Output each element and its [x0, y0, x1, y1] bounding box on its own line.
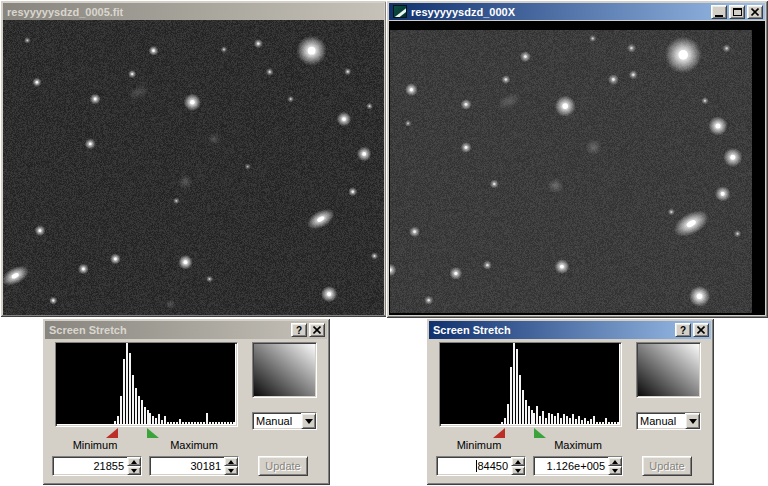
minimum-label: Minimum	[449, 439, 509, 451]
arrow-up-icon	[131, 460, 137, 464]
minimum-value: 84450	[437, 457, 511, 475]
update-button[interactable]: Update	[642, 456, 692, 476]
maximum-field[interactable]: 1.126e+005	[533, 456, 623, 476]
minimum-spinner	[127, 457, 141, 475]
window-title: resyyyyysdzd_0005.fit	[7, 6, 382, 18]
stretch-mode-dropdown[interactable]: Manual	[252, 412, 317, 430]
help-button[interactable]: ?	[675, 323, 691, 337]
dialog-title: Screen Stretch	[433, 324, 673, 336]
spin-up-button[interactable]	[608, 457, 622, 466]
arrow-down-icon	[515, 469, 521, 473]
arrow-down-icon	[228, 469, 234, 473]
dropdown-button[interactable]	[301, 413, 316, 429]
star-field-image-left	[3, 20, 384, 315]
window-title: resyyyyysdzd_000X	[411, 6, 709, 18]
maximize-icon	[733, 8, 742, 16]
histogram-frame	[439, 342, 622, 427]
minimum-spinner	[511, 457, 525, 475]
image-client-area	[389, 21, 765, 315]
minimum-marker-icon[interactable]	[493, 428, 505, 438]
maximum-label: Maximum	[548, 439, 608, 451]
histogram-frame	[55, 342, 238, 427]
minimum-value: 21855	[53, 457, 127, 475]
arrow-up-icon	[228, 460, 234, 464]
update-button[interactable]: Update	[258, 456, 308, 476]
maximum-field[interactable]: 30181	[149, 456, 239, 476]
arrow-up-icon	[515, 460, 521, 464]
chevron-down-icon	[689, 419, 697, 424]
maximum-spinner	[224, 457, 238, 475]
document-icon	[393, 5, 407, 18]
maximum-value: 30181	[150, 457, 224, 475]
stretch-preview-gradient	[252, 342, 317, 398]
close-icon	[697, 326, 705, 334]
spin-down-button[interactable]	[511, 466, 525, 475]
stretch-preview-gradient	[636, 342, 701, 398]
maximum-label: Maximum	[164, 439, 224, 451]
arrow-down-icon	[131, 469, 137, 473]
minimum-marker-icon[interactable]	[106, 428, 118, 438]
maximum-marker-icon[interactable]	[147, 428, 159, 438]
spin-down-button[interactable]	[608, 466, 622, 475]
image-window-right: resyyyyysdzd_000X	[386, 0, 768, 318]
histogram-canvas	[56, 343, 235, 424]
close-button[interactable]	[309, 323, 325, 337]
maximize-button[interactable]	[729, 5, 745, 19]
spin-down-button[interactable]	[224, 466, 238, 475]
arrow-up-icon	[612, 460, 618, 464]
arrow-down-icon	[612, 469, 618, 473]
chevron-down-icon	[305, 419, 313, 424]
maximum-spinner	[608, 457, 622, 475]
image-window-left: resyyyyysdzd_0005.fit	[0, 0, 387, 317]
minimum-label: Minimum	[65, 439, 125, 451]
titlebar-dialog-left[interactable]: Screen Stretch ?	[45, 321, 327, 339]
minimize-icon	[715, 15, 723, 17]
minimum-field[interactable]: 21855	[52, 456, 142, 476]
help-button[interactable]: ?	[291, 323, 307, 337]
titlebar-right-window[interactable]: resyyyyysdzd_000X	[389, 3, 765, 20]
screen-stretch-dialog-left: Screen Stretch ? Minimum Maximum 21855 3…	[42, 318, 330, 485]
histogram-canvas	[440, 343, 619, 424]
dropdown-button[interactable]	[685, 413, 700, 429]
spin-down-button[interactable]	[127, 466, 141, 475]
stretch-mode-value: Manual	[637, 413, 685, 429]
titlebar-left-window[interactable]: resyyyyysdzd_0005.fit	[3, 3, 384, 20]
spin-up-button[interactable]	[224, 457, 238, 466]
stretch-mode-value: Manual	[253, 413, 301, 429]
close-icon	[313, 326, 321, 334]
spin-up-button[interactable]	[511, 457, 525, 466]
maximum-value: 1.126e+005	[534, 457, 608, 475]
stretch-mode-dropdown[interactable]: Manual	[636, 412, 701, 430]
spin-up-button[interactable]	[127, 457, 141, 466]
close-icon	[751, 8, 759, 16]
minimum-field[interactable]: 84450	[436, 456, 526, 476]
close-button[interactable]	[747, 5, 763, 19]
screen-stretch-dialog-right: Screen Stretch ? Minimum Maximum 84450 1…	[426, 318, 714, 485]
minimize-button[interactable]	[711, 5, 727, 19]
maximum-marker-icon[interactable]	[534, 428, 546, 438]
dialog-title: Screen Stretch	[49, 324, 289, 336]
titlebar-dialog-right[interactable]: Screen Stretch ?	[429, 321, 711, 339]
star-field-image-right	[390, 30, 752, 313]
close-button[interactable]	[693, 323, 709, 337]
